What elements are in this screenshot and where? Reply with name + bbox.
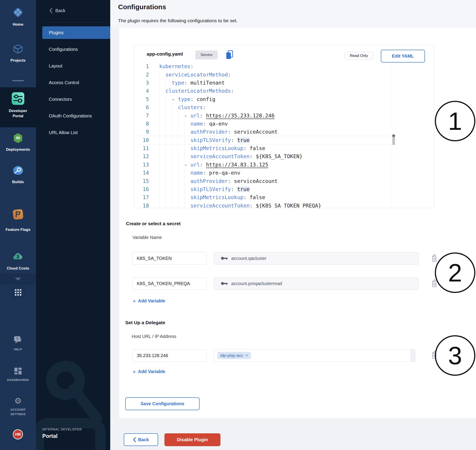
sidebar-more-modules-band[interactable]: [0, 273, 36, 285]
host-url-input[interactable]: [133, 349, 207, 362]
indent-guide: [165, 95, 172, 103]
code-line-13: 13- url: https://34.83.13.125: [134, 161, 392, 169]
yaml-key: serviceAccountToken: [190, 203, 249, 208]
yaml-code-editor[interactable]: 1kubernetes:2serviceLocatorMethod:3type:…: [134, 64, 392, 208]
sidebar-item-developer-portal[interactable]: Developer Portal: [0, 87, 36, 127]
yaml-value: multiTenant: [190, 80, 224, 86]
delegate-tags-field[interactable]: idp-play-acc✕: [214, 349, 415, 362]
disable-plugin-button[interactable]: Disable Plugin: [165, 433, 220, 446]
code-line-8: 8name: qa-env: [134, 120, 392, 128]
yaml-colon: :: [190, 64, 194, 69]
indent-guide: [165, 136, 172, 144]
sidebar-item-builds[interactable]: Builds: [0, 163, 36, 186]
portal-footer-eyebrow: INTERNAL DEVELOPER: [42, 427, 82, 431]
nav-item-plugins[interactable]: Plugins: [42, 26, 110, 39]
indent-guide: [159, 95, 165, 103]
line-number: 9: [134, 129, 149, 135]
indent-guide: [184, 152, 191, 160]
sidebar-item-deployments[interactable]: ∞ Deployments: [0, 131, 36, 154]
delegate-tag-chip[interactable]: idp-play-acc✕: [217, 352, 251, 359]
add-variable-label: Add Variable: [138, 298, 165, 303]
secret-section-heading: Create or select a secret: [126, 221, 181, 226]
home-logo-icon: [12, 6, 24, 19]
sidebar-item-home[interactable]: Home: [0, 4, 36, 28]
secret-picker-field[interactable]: account.qacluster: [214, 252, 419, 265]
nav-item-access-control[interactable]: Access Control: [42, 76, 110, 89]
yaml-colon: :: [250, 203, 256, 208]
indent-guide: [165, 201, 172, 208]
edit-yaml-button[interactable]: Edit YAML: [381, 50, 425, 63]
yaml-key: type: [178, 96, 190, 102]
line-number: 2: [134, 72, 149, 78]
chip-remove-icon[interactable]: ✕: [245, 354, 248, 357]
line-number: 7: [134, 113, 149, 118]
yaml-value: https://34.83.13.125: [206, 162, 268, 168]
nav-item-configurations[interactable]: Configurations: [42, 43, 110, 56]
sidebar-label-account-settings: ACCOUNT SETTINGS: [6, 408, 30, 416]
indent-guide: [165, 193, 172, 201]
yaml-key: clusterLocatorMethods: [165, 88, 231, 94]
yaml-colon: :: [184, 80, 191, 86]
delegate-tag-label: idp-play-acc: [220, 353, 243, 358]
line-number: 18: [134, 203, 149, 208]
indent-guide: [172, 201, 178, 208]
sidebar-item-account-settings[interactable]: ⚙ ACCOUNT SETTINGS: [0, 397, 36, 420]
back-button[interactable]: Back: [124, 433, 158, 446]
trash-icon[interactable]: [431, 254, 438, 263]
yaml-value: true: [237, 137, 249, 143]
yaml-key: serviceAccountToken: [190, 154, 249, 159]
gear-icon: ⚙: [14, 397, 22, 405]
copy-icon[interactable]: [225, 50, 234, 60]
editor-scrollbar-thumb[interactable]: [392, 137, 395, 145]
yaml-dash: -: [184, 113, 191, 118]
code-line-18: 18serviceAccountToken: ${K8S_SA_TOKEN_PR…: [134, 201, 392, 208]
indent-guide: [184, 169, 191, 177]
indent-guide: [172, 177, 178, 185]
indent-guide: [172, 161, 178, 169]
variable-name-input[interactable]: [133, 277, 207, 290]
sidebar-label-projects: Projects: [10, 58, 25, 63]
variable-name-label: Variable Name: [133, 235, 162, 240]
indent-guide: [178, 111, 184, 119]
sidebar-collapse-handle[interactable]: [12, 80, 24, 81]
sidebar-item-cloud-costs[interactable]: $ Cloud Costs: [0, 249, 36, 274]
back-link[interactable]: Back: [49, 8, 65, 13]
sidebar-item-feature-flags[interactable]: Feature Flags: [0, 207, 36, 234]
add-variable-link-secret[interactable]: + Add Variable: [133, 298, 165, 303]
yaml-colon: :: [228, 178, 234, 184]
indent-guide: [159, 120, 165, 128]
nav-item-connectors[interactable]: Connectors: [42, 93, 110, 106]
user-avatar[interactable]: HM: [13, 429, 23, 439]
line-number: 15: [134, 178, 149, 184]
back-link-label: Back: [55, 8, 65, 13]
yaml-colon: :: [203, 104, 206, 110]
indent-guide: [172, 136, 178, 144]
sidebar-label-home: Home: [13, 22, 23, 27]
indent-guide: [165, 79, 172, 87]
sidebar-label-help: HELP: [14, 347, 22, 352]
indent-guide: [165, 152, 172, 160]
indent-guide: [178, 144, 184, 152]
yaml-colon: :: [203, 121, 209, 127]
secret-picker-field[interactable]: account.preqaclusterread: [214, 277, 419, 290]
indent-guide: [165, 128, 172, 136]
line-number: 11: [134, 145, 149, 151]
indent-guide: [165, 103, 172, 111]
add-variable-link-delegate[interactable]: + Add Variable: [133, 369, 165, 374]
variable-name-input[interactable]: [133, 252, 207, 265]
yaml-key: skipMetricsLookup: [190, 145, 243, 151]
save-configurations-button[interactable]: Save Configurations: [125, 397, 200, 410]
sidebar-item-help[interactable]: ? HELP: [0, 336, 36, 353]
yaml-value: qa-env: [209, 121, 228, 127]
sidebar-item-dashboards[interactable]: DASHBOARDS: [0, 367, 36, 383]
indent-guide: [159, 185, 165, 193]
key-icon: [220, 256, 228, 261]
developer-portal-icon: [12, 92, 24, 106]
nav-item-oauth-configurations[interactable]: OAuth Configurations: [42, 110, 110, 122]
nav-item-layout[interactable]: Layout: [42, 60, 110, 72]
yaml-key: kubernetes: [159, 64, 190, 69]
indent-guide: [184, 120, 191, 128]
nav-item-url-allow-list[interactable]: URL Allow List: [42, 126, 110, 139]
sidebar-item-projects[interactable]: Projects: [0, 42, 36, 64]
module-switcher-button[interactable]: [11, 285, 25, 299]
